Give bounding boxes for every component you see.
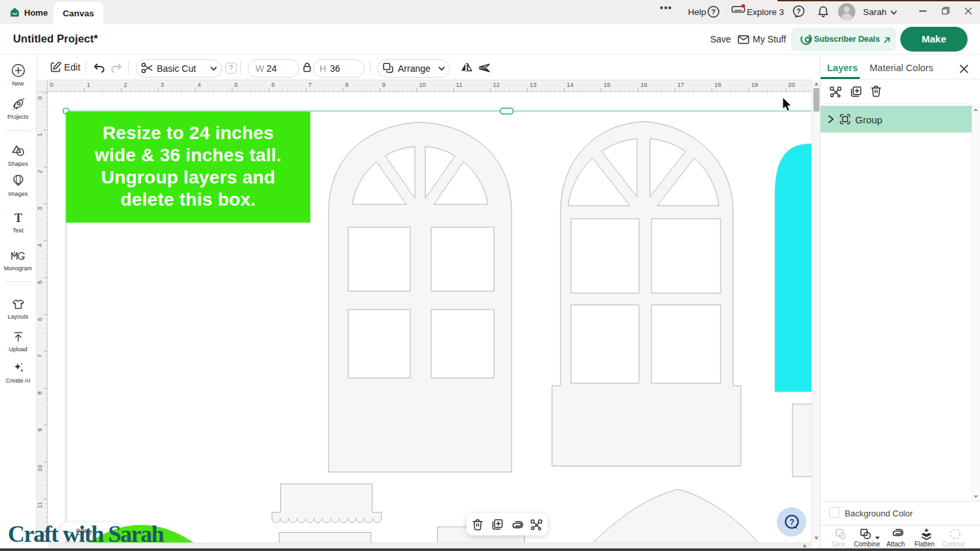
svg-text:1: 1 bbox=[87, 81, 90, 88]
svg-text:T: T bbox=[14, 212, 22, 225]
svg-text:18: 18 bbox=[714, 81, 721, 88]
svg-text:6: 6 bbox=[37, 317, 43, 321]
svg-text:4: 4 bbox=[197, 81, 201, 88]
svg-text:15: 15 bbox=[604, 81, 611, 88]
svg-text:10: 10 bbox=[419, 81, 426, 88]
svg-text:6: 6 bbox=[271, 81, 274, 88]
svg-text:8: 8 bbox=[37, 391, 43, 394]
svg-text:20: 20 bbox=[788, 81, 795, 88]
svg-text:14: 14 bbox=[566, 81, 574, 88]
svg-text:10: 10 bbox=[37, 465, 43, 472]
svg-text:11: 11 bbox=[456, 81, 463, 88]
svg-text:?: ? bbox=[796, 7, 800, 15]
svg-text:5: 5 bbox=[37, 281, 43, 284]
svg-text:8: 8 bbox=[345, 81, 348, 88]
svg-text:2: 2 bbox=[37, 170, 43, 173]
svg-text:2: 2 bbox=[123, 81, 127, 88]
svg-text:0: 0 bbox=[50, 81, 53, 88]
svg-text:3: 3 bbox=[37, 207, 43, 210]
svg-text:5: 5 bbox=[235, 81, 238, 88]
svg-text:11: 11 bbox=[37, 502, 43, 509]
svg-text:12: 12 bbox=[493, 81, 500, 88]
svg-text:4: 4 bbox=[37, 244, 43, 247]
svg-text:9: 9 bbox=[382, 81, 385, 88]
svg-text:17: 17 bbox=[678, 81, 685, 88]
svg-text:0: 0 bbox=[37, 96, 43, 99]
svg-text:9: 9 bbox=[37, 428, 43, 432]
svg-text:1: 1 bbox=[37, 133, 43, 136]
svg-text:16: 16 bbox=[640, 81, 647, 88]
svg-text:3: 3 bbox=[161, 81, 164, 88]
svg-text:7: 7 bbox=[37, 354, 43, 358]
svg-text:13: 13 bbox=[530, 81, 537, 88]
svg-text:?: ? bbox=[789, 518, 794, 527]
svg-text:?: ? bbox=[711, 8, 715, 16]
svg-text:19: 19 bbox=[751, 81, 759, 88]
svg-text:7: 7 bbox=[308, 81, 312, 88]
